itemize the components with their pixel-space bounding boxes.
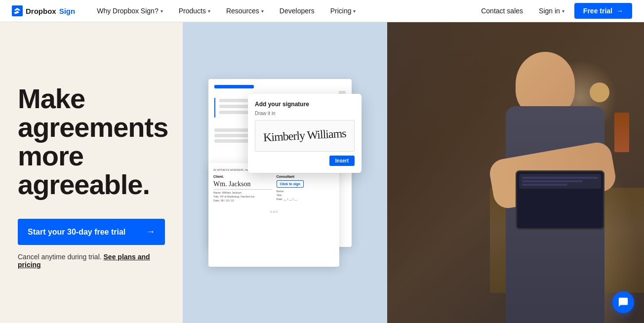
tablet-line [522,180,583,182]
client-date: Date: 06 / 10 / 21 [213,199,272,202]
signature-modal: Add your signature Draw it in Kimberly W… [248,94,362,173]
hero-center-panel: Add your signature Draw it in Kimberly W… [183,22,387,323]
client-title: Title: VP of Marketing, Hanford Inc [213,195,272,198]
arrow-icon: → [146,227,155,237]
nav-right: Contact sales Sign in ▾ Free trial → [475,3,632,19]
doc-page-num: 5 of 5 [213,206,334,215]
client-label: Client. [213,175,272,178]
client-column: Client. Wm. Jackson Name: William Jackso… [213,175,272,203]
sign-in-link[interactable]: Sign in ▾ [533,7,570,15]
document-front: IN WITNESS WHEREOF, the parties have exe… [208,163,339,267]
consultant-title-field: Title: [277,194,335,197]
nav-why-dropbox-sign[interactable]: Why Dropbox Sign? ▾ [89,0,171,22]
doc-line [214,85,254,88]
chevron-down-icon: ▾ [261,8,264,14]
chevron-down-icon: ▾ [562,8,564,14]
cta-button[interactable]: Start your 30-day free trial → [18,219,165,245]
chat-button[interactable] [612,291,634,313]
logo-icon [12,5,23,16]
nav-pricing[interactable]: Pricing ▾ [322,0,364,22]
hero-section: Make agreements more agreeable. Start yo… [0,22,644,323]
free-trial-button[interactable]: Free trial → [574,3,632,19]
chat-icon [618,297,629,308]
logo[interactable]: Dropbox Sign [12,5,75,16]
signature-preview: Kimberly Williams [263,127,347,145]
tablet-line [522,184,567,186]
arrow-icon: → [616,7,623,15]
modal-title: Add your signature [255,101,355,108]
click-to-sign-button[interactable]: Click to sign [277,180,304,188]
hero-headline: Make agreements more agreeable. [18,84,165,200]
doc-columns: Client. Wm. Jackson Name: William Jackso… [213,175,334,203]
client-name: Name: William Jackson [213,191,272,194]
chevron-down-icon: ▾ [208,8,210,14]
shelf-item [614,113,629,152]
insert-signature-button[interactable]: Insert [329,156,355,166]
modal-subtitle: Draw it in [255,111,355,116]
consultant-name-field: Name: [277,190,335,193]
logo-sign: Sign [59,7,76,15]
document-illustration: Add your signature Draw it in Kimberly W… [208,79,362,267]
contact-sales-link[interactable]: Contact sales [475,7,529,15]
consultant-date-field: Date: __ / __ / __ [277,198,335,201]
nav-products[interactable]: Products ▾ [171,0,218,22]
cancel-text: Cancel anytime during trial. See plans a… [18,253,165,269]
chevron-down-icon: ▾ [161,8,163,14]
tablet [516,170,604,230]
hero-left-panel: Make agreements more agreeable. Start yo… [0,22,183,323]
hero-right-panel [387,22,644,323]
tablet-screen [519,174,601,189]
chevron-down-icon: ▾ [353,8,356,14]
person-silhouette [387,22,644,323]
logo-dropbox: Dropbox [26,7,56,15]
shelf-decor [590,82,609,102]
client-signature: Wm. Jackson [213,180,272,190]
signature-area[interactable]: Kimberly Williams [255,120,355,152]
nav-developers[interactable]: Developers [272,0,322,22]
tablet-line [522,177,598,179]
doc-divider [214,98,215,118]
hero-photo [387,22,644,323]
navbar: Dropbox Sign Why Dropbox Sign? ▾ Product… [0,0,644,22]
nav-resources[interactable]: Resources ▾ [218,0,272,22]
nav-items: Why Dropbox Sign? ▾ Products ▾ Resources… [89,0,475,22]
consultant-column: Consultant Click to sign Name: Title: Da… [277,175,335,203]
consultant-label: Consultant [277,175,335,178]
